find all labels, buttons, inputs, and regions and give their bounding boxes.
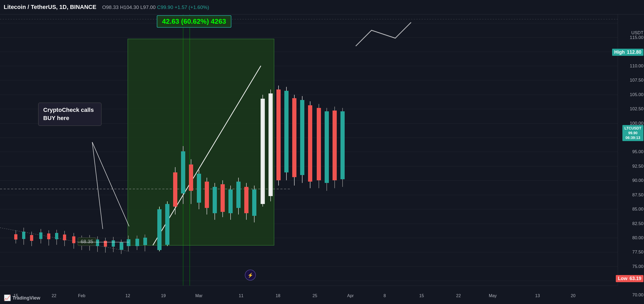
svg-rect-69 <box>181 151 185 193</box>
svg-rect-29 <box>14 234 17 240</box>
time-label-may: May <box>489 293 497 298</box>
low-badge: Low 63.19 <box>616 275 643 282</box>
svg-rect-107 <box>333 111 337 180</box>
tradingview-label: TradingView <box>12 295 40 301</box>
time-label-18: 18 <box>276 293 280 298</box>
time-label-12: 12 <box>125 293 130 298</box>
price-110: 110.00 <box>630 63 643 69</box>
svg-rect-87 <box>252 190 256 216</box>
svg-rect-105 <box>325 111 329 183</box>
price-axis: 115.00 112.50 110.00 107.50 105.00 102.5… <box>618 14 644 286</box>
svg-rect-99 <box>300 100 304 175</box>
ltcusdt-label: LTCUSDT <box>625 126 641 131</box>
svg-rect-103 <box>317 108 321 180</box>
high-badge-label: High <box>614 49 625 55</box>
tradingview-logo: 📈 TradingView <box>4 295 40 301</box>
chart-container: Litecoin / TetherUS, 1D, BINANCE O98.33 … <box>0 0 644 304</box>
svg-rect-43 <box>72 236 75 243</box>
svg-rect-33 <box>30 235 33 241</box>
svg-rect-79 <box>221 184 225 212</box>
symbol-info: Litecoin / TetherUS, 1D, BINANCE O98.33 … <box>4 4 209 11</box>
price-90: 90.00 <box>632 178 643 183</box>
svg-rect-67 <box>173 172 177 207</box>
svg-rect-97 <box>292 98 296 177</box>
svg-rect-37 <box>47 233 50 239</box>
svg-rect-41 <box>63 235 66 240</box>
time-label-15b: 15 <box>419 293 424 298</box>
svg-rect-65 <box>165 204 169 245</box>
low-label-ohlc: L <box>140 4 143 10</box>
price-105: 105.00 <box>630 92 643 97</box>
time-label-13: 13 <box>535 293 540 298</box>
close-value: 99.90 <box>161 4 173 10</box>
low-badge-price: 63.19 <box>630 276 641 281</box>
top-bar: Litecoin / TetherUS, 1D, BINANCE O98.33 … <box>0 0 644 14</box>
high-value: 104.30 <box>124 4 139 10</box>
entry-price-value: 68.35 <box>81 239 93 244</box>
close-label: C <box>157 4 161 10</box>
gain-value: 42.63 (60.62%) 4263 <box>162 17 226 25</box>
ltcusdt-badge: LTCUSDT 99.90 06:39:13 <box>622 125 643 141</box>
svg-rect-57 <box>127 239 130 246</box>
svg-rect-21 <box>128 39 274 245</box>
open-label: O <box>102 4 106 10</box>
svg-rect-85 <box>244 187 248 213</box>
time-label-11: 11 <box>239 293 243 298</box>
symbol-name: Litecoin / TetherUS, 1D, BINANCE <box>4 4 96 10</box>
open-value: 98.33 <box>106 4 119 10</box>
price-80: 80.00 <box>632 235 643 241</box>
price-92-5: 92.50 <box>632 164 643 169</box>
annotation-line2: BUY here <box>43 115 69 121</box>
current-time: 06:39:13 <box>625 135 641 140</box>
price-77-5: 77.50 <box>632 250 643 255</box>
entry-price-annotation: 68.35 <box>78 237 96 246</box>
svg-rect-31 <box>22 232 25 239</box>
svg-rect-93 <box>276 89 281 180</box>
svg-rect-53 <box>112 240 115 247</box>
high-badge-price: 112.80 <box>627 49 641 55</box>
time-label-20: 20 <box>571 293 575 298</box>
svg-rect-73 <box>197 174 201 203</box>
price-85: 85.00 <box>632 207 643 212</box>
svg-rect-75 <box>205 182 209 208</box>
high-label-ohlc: H <box>120 4 124 10</box>
price-102-5: 102.50 <box>630 106 643 112</box>
annotation-box: CryptoCheck calls BUY here <box>38 103 101 126</box>
svg-rect-51 <box>104 241 107 247</box>
svg-text:⚡: ⚡ <box>247 272 253 278</box>
svg-rect-77 <box>213 187 217 213</box>
time-label-22: 22 <box>52 293 56 298</box>
price-107-5: 107.50 <box>630 78 643 83</box>
price-87-5: 87.50 <box>632 192 643 198</box>
annotation-line1: CryptoCheck calls <box>43 107 94 113</box>
svg-rect-61 <box>143 238 147 245</box>
price-82-5: 82.50 <box>632 221 643 226</box>
time-label-apr: Apr <box>347 293 354 298</box>
svg-rect-101 <box>308 105 312 182</box>
price-70: 70.00 <box>632 292 643 298</box>
low-value: 97.00 <box>143 4 156 10</box>
change-amount: +1.57 (+1.60%) <box>174 4 209 10</box>
svg-rect-89 <box>261 99 265 204</box>
svg-rect-91 <box>269 93 273 196</box>
time-label-19: 19 <box>161 293 166 298</box>
svg-rect-109 <box>340 111 345 179</box>
svg-rect-39 <box>55 233 58 239</box>
svg-rect-35 <box>39 232 42 239</box>
time-axis: 15 22 Feb 12 19 Mar 11 18 25 Apr 8 15 22… <box>0 286 618 304</box>
time-label-22b: 22 <box>456 293 461 298</box>
svg-rect-59 <box>135 239 139 246</box>
time-label-25: 25 <box>313 293 317 298</box>
time-label-feb: Feb <box>78 293 85 298</box>
svg-rect-55 <box>120 242 123 250</box>
svg-rect-95 <box>284 91 289 172</box>
low-badge-label: Low <box>618 276 627 281</box>
ohlc-values: O98.33 H104.30 L97.00 C99.90 +1.57 (+1.6… <box>102 4 209 10</box>
time-label-8: 8 <box>384 293 386 298</box>
gain-annotation: 42.63 (60.62%) 4263 <box>157 15 231 28</box>
svg-rect-81 <box>228 190 233 213</box>
price-115: 115.00 <box>630 35 643 40</box>
usdt-label: USDT <box>631 30 643 36</box>
time-label-mar: Mar <box>195 293 203 298</box>
current-price: 99.90 <box>625 131 641 135</box>
